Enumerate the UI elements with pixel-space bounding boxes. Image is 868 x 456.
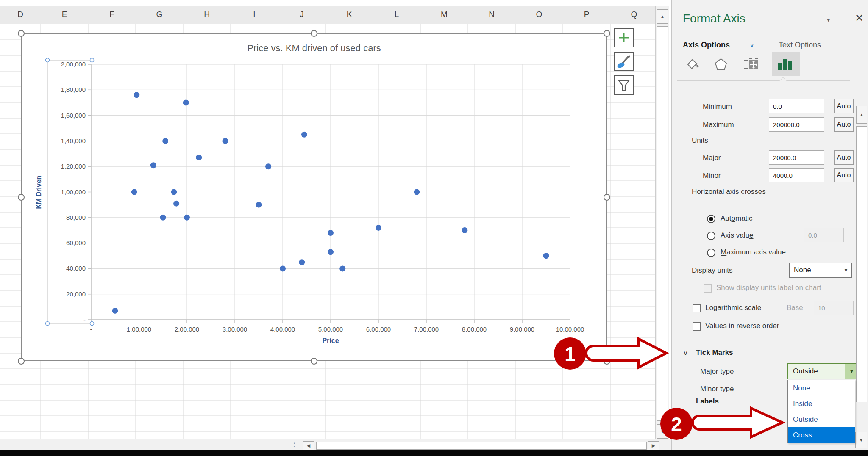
scroll-right-button[interactable]: ▶ [648,441,659,450]
scroll-down-button[interactable]: ▼ [657,424,668,439]
scatter-point[interactable] [543,253,549,259]
scatter-point[interactable] [256,202,262,208]
scatter-point[interactable] [376,225,381,231]
column-header-L[interactable]: L [395,10,399,19]
scatter-point[interactable] [112,308,118,314]
tab-axis-options[interactable]: Axis Options [683,41,730,50]
y-tick-label[interactable]: 80,000 [66,214,86,221]
x-tick-label[interactable]: 9,00,000 [510,326,534,333]
x-axis-title[interactable]: Price [322,337,339,344]
values-reverse-checkbox[interactable] [693,322,701,331]
column-header-K[interactable]: K [347,10,352,19]
scatter-point[interactable] [339,265,345,271]
pane-scroll-thumb[interactable] [856,126,867,402]
axis-selection-handle[interactable] [90,58,94,62]
scrollbar-splitter-handle[interactable]: ⁞ [293,441,295,448]
scatter-point[interactable] [184,215,190,221]
x-tick-label[interactable]: 3,00,000 [223,326,247,333]
y-axis-title[interactable]: KM Driven [35,175,42,209]
axis-value-radio[interactable] [707,232,715,240]
axis-selection-handle[interactable] [90,322,94,326]
x-tick-label[interactable]: 2,00,000 [175,326,199,333]
scatter-point[interactable] [150,162,156,168]
y-tick-label[interactable]: 2,00,000 [61,61,86,68]
column-header-O[interactable]: O [536,10,542,19]
maximum-axis-value-radio[interactable] [707,249,715,257]
pane-scroll-up-button[interactable]: ▲ [856,106,867,124]
major-auto-button[interactable]: Auto [834,150,854,165]
vertical-scroll-thumb[interactable] [657,26,668,421]
y-tick-label[interactable]: 1,20,000 [61,163,86,170]
x-tick-label[interactable]: 10,00,000 [556,326,584,333]
x-tick-label[interactable]: - [90,326,92,333]
worksheet-vertical-scrollbar[interactable]: ▲ ▼ [655,6,669,439]
scatter-point[interactable] [134,92,139,98]
scatter-point[interactable] [299,259,305,265]
column-header-J[interactable]: J [300,10,304,19]
pane-close-icon[interactable]: ✕ [855,12,864,24]
chart-title[interactable]: Price vs. KM driven of used cars [247,43,381,53]
scatter-point[interactable] [160,215,166,221]
column-header-Q[interactable]: Q [631,10,637,19]
minor-unit-input[interactable] [769,168,824,182]
column-header-P[interactable]: P [584,10,590,19]
scatter-point[interactable] [265,163,271,169]
tick-marks-section-label[interactable]: Tick Marks [696,348,733,357]
scatter-point[interactable] [196,155,202,160]
x-tick-label[interactable]: 7,00,000 [414,326,439,333]
y-tick-label[interactable]: 1,00,000 [61,188,86,196]
scatter-point[interactable] [183,99,189,105]
dropdown-option-none[interactable]: None [788,380,855,396]
scatter-point[interactable] [414,189,420,195]
worksheet-horizontal-scrollbar[interactable]: ⁞ ◀ ▶ [0,439,671,451]
x-tick-label[interactable]: 5,00,000 [318,326,343,333]
column-header-M[interactable]: M [441,10,448,19]
scatter-point[interactable] [301,132,307,138]
tick-marks-chevron-icon[interactable]: ∨ [683,349,688,357]
column-header-E[interactable]: E [62,10,67,19]
size-properties-icon[interactable] [742,55,761,74]
y-tick-label[interactable]: 60,000 [66,239,86,246]
axis-selection-handle[interactable] [46,58,50,62]
axis-selection-handle[interactable] [46,322,50,326]
y-tick-label[interactable]: 1,60,000 [61,112,86,119]
axis-options-icon[interactable] [776,55,795,74]
effects-icon[interactable] [712,55,730,74]
column-header-D[interactable]: D [17,10,23,19]
horizontal-scroll-thumb[interactable] [316,442,647,450]
axis-options-chevron-icon[interactable]: ∨ [750,42,754,49]
scatter-point[interactable] [173,201,179,207]
scatter-point[interactable] [328,230,334,236]
dropdown-option-outside[interactable]: Outside [788,412,855,427]
maximum-input[interactable] [769,117,824,132]
display-units-dropdown[interactable]: None ▼ [789,263,852,278]
scatter-point[interactable] [328,249,334,255]
major-type-dropdown[interactable]: Outside ▼ [787,363,859,379]
dropdown-option-inside[interactable]: Inside [788,396,855,412]
column-header-G[interactable]: G [156,10,163,19]
scroll-left-button[interactable]: ◀ [303,441,314,450]
automatic-radio[interactable] [707,215,715,223]
column-header-N[interactable]: N [489,10,495,19]
maximum-auto-button[interactable]: Auto [834,117,854,132]
y-tick-label[interactable]: - [83,316,86,323]
minimum-auto-button[interactable]: Auto [834,99,854,113]
y-tick-label[interactable]: 40,000 [66,265,86,272]
y-tick-label[interactable]: 20,000 [66,290,86,298]
scatter-point[interactable] [162,138,168,144]
x-tick-label[interactable]: 6,00,000 [366,326,391,333]
major-unit-input[interactable] [769,150,824,165]
y-tick-label[interactable]: 1,80,000 [61,86,86,93]
y-tick-label[interactable]: 1,40,000 [61,137,86,144]
minor-auto-button[interactable]: Auto [834,168,854,182]
number-section-label[interactable]: Number [696,420,723,428]
column-header-F[interactable]: F [109,10,114,19]
scatter-point[interactable] [171,189,177,195]
dropdown-option-cross[interactable]: Cross [788,427,855,443]
scatter-point[interactable] [462,227,467,233]
labels-section-label[interactable]: Labels [696,397,719,406]
chart-object[interactable]: -1,00,0002,00,0003,00,0004,00,0005,00,00… [21,33,607,361]
scatter-point[interactable] [131,189,137,195]
pane-menu-caret-icon[interactable]: ▾ [827,16,830,24]
chart-filters-button[interactable] [614,75,634,95]
